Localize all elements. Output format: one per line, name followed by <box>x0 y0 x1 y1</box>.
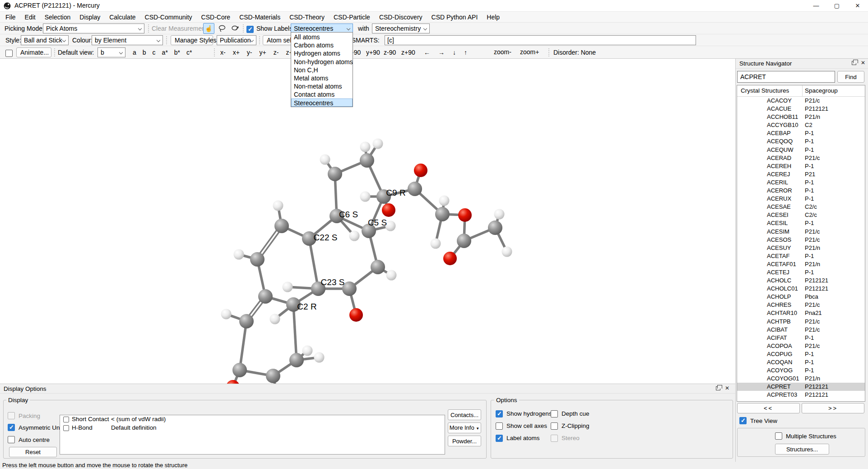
style-select[interactable]: Ball and Stick <box>21 35 69 45</box>
maximize-button[interactable]: ▢ <box>826 0 847 12</box>
rotate-arrow-button[interactable]: → <box>436 48 446 57</box>
asymmetric-unit-checkbox[interactable]: Asymmetric Unit <box>8 424 63 431</box>
atom-H[interactable] <box>494 209 505 220</box>
atom-H[interactable] <box>273 201 283 211</box>
structure-row[interactable]: ACACOY P21/c <box>737 97 865 105</box>
atom-C[interactable] <box>360 153 374 168</box>
axis-view-button[interactable]: a <box>131 48 138 57</box>
structure-row[interactable]: ACEBAP P-1 <box>737 129 865 137</box>
dropdown-option[interactable]: Carbon atoms <box>291 41 353 49</box>
menu-item[interactable]: Help <box>482 12 504 22</box>
structure-row[interactable]: ACESIL P-1 <box>737 219 865 227</box>
rotate-arrow-button[interactable]: ← <box>422 48 432 57</box>
close-panel-icon[interactable]: ✕ <box>725 386 729 390</box>
dropdown-option[interactable]: Non-metal atoms <box>291 82 353 90</box>
contact-checkbox[interactable] <box>63 417 69 422</box>
menu-item[interactable]: CSD-Community <box>140 12 197 22</box>
tree-view-checkbox[interactable]: Tree View <box>739 417 777 424</box>
translate-button[interactable]: x+ <box>231 48 241 57</box>
animate-button[interactable]: Animate... <box>16 47 51 57</box>
structure-row[interactable]: ACHOLC01 P212121 <box>737 285 865 293</box>
atom-O[interactable] <box>443 252 457 265</box>
animate-checkbox[interactable] <box>5 49 13 57</box>
rotate-button[interactable]: z+90 <box>399 48 415 57</box>
atom-H[interactable] <box>502 247 512 257</box>
atom-H[interactable] <box>320 155 330 165</box>
atom-C[interactable] <box>435 207 450 221</box>
rotate-button[interactable]: y+90 <box>364 48 380 57</box>
structure-row[interactable]: ACIBAT P21/c <box>737 326 865 334</box>
structure-row[interactable]: ACHOLP Pbca <box>737 293 865 301</box>
menu-item[interactable]: File <box>1 12 20 22</box>
atom-C[interactable] <box>328 167 342 181</box>
dropdown-option[interactable]: All atoms <box>291 33 353 41</box>
close-button[interactable]: ✕ <box>847 0 868 12</box>
atom-O[interactable] <box>226 380 240 384</box>
atom-H[interactable] <box>270 314 280 324</box>
menu-item[interactable]: Calculate <box>105 12 140 22</box>
menu-item[interactable]: CSD-Particle <box>329 12 375 22</box>
view-option-checkbox[interactable]: Depth cue <box>551 408 589 420</box>
menu-item[interactable]: CSD Python API <box>427 12 483 22</box>
structure-row[interactable]: ACHTPB P21/c <box>737 318 865 326</box>
axis-view-button[interactable]: b* <box>172 48 182 57</box>
colour-select[interactable]: by Element <box>92 35 163 45</box>
dropdown-option[interactable]: Non C,H <box>291 66 353 74</box>
atom-H[interactable] <box>283 282 293 292</box>
translate-button[interactable]: x- <box>218 48 227 57</box>
dropdown-option[interactable]: Hydrogen atoms <box>291 49 353 57</box>
atom-H[interactable] <box>431 239 441 249</box>
menu-item[interactable]: CSD-Core <box>197 12 235 22</box>
atom-C[interactable] <box>239 314 254 328</box>
structure-row[interactable]: ACEREH P-1 <box>737 162 865 170</box>
structure-row[interactable]: ACEREJ P21 <box>737 170 865 178</box>
style-preset-select[interactable]: Publication <box>217 35 256 45</box>
dropdown-option[interactable]: Stereocentres <box>291 98 353 107</box>
rotate-button[interactable]: z-90 <box>382 48 398 57</box>
atom-O[interactable] <box>414 164 427 177</box>
atom-H[interactable] <box>373 139 383 149</box>
next-structure-button[interactable]: >> <box>802 403 864 413</box>
col-crystal-structures[interactable]: Crystal Structures <box>741 87 789 94</box>
structure-row[interactable]: ACESOS P21/c <box>737 236 865 244</box>
structure-row[interactable]: ACPRET03 P212121 <box>737 391 865 399</box>
structure-row[interactable]: ACESEI C2/c <box>737 211 865 219</box>
structure-row[interactable]: ACOPUG P-1 <box>737 350 865 358</box>
menu-item[interactable]: CSD-Discovery <box>375 12 427 22</box>
structure-row[interactable]: ACOPOA P21/c <box>737 342 865 350</box>
structure-row[interactable]: ACIFAT P-1 <box>737 334 865 342</box>
view-option-checkbox[interactable]: Label atoms <box>496 432 551 444</box>
column-divider[interactable] <box>802 85 803 96</box>
zoom-out-button[interactable]: zoom- <box>492 47 513 56</box>
refcode-search-input[interactable] <box>737 71 835 83</box>
atom-H[interactable] <box>234 249 244 260</box>
col-spacegroup[interactable]: Spacegroup <box>805 87 838 94</box>
structure-row[interactable]: ACERUX P-1 <box>737 195 865 203</box>
structure-row[interactable]: ACEROR P-1 <box>737 187 865 195</box>
float-panel-icon[interactable] <box>716 386 720 390</box>
float-panel-icon[interactable] <box>852 61 856 65</box>
contacts-button[interactable]: Contacts... <box>448 409 481 420</box>
structure-row[interactable]: ACETAF P-1 <box>737 252 865 260</box>
translate-button[interactable]: y+ <box>258 48 268 57</box>
lasso-pick-icon[interactable] <box>229 23 241 34</box>
atom-C[interactable] <box>408 182 422 196</box>
structure-3d-view[interactable]: C9 RC6 SC5 SC22 SC23 SC2 R <box>0 59 736 384</box>
rotate-arrow-button[interactable]: ↓ <box>451 48 458 57</box>
rotate-arrow-button[interactable]: ↑ <box>462 48 469 57</box>
multiple-structures-checkbox[interactable]: Multiple Structures <box>775 432 836 440</box>
show-labels-checkbox[interactable] <box>246 25 254 33</box>
atom-O[interactable] <box>382 203 395 217</box>
menu-item[interactable]: Edit <box>20 12 40 22</box>
atom-O[interactable] <box>458 208 472 222</box>
structure-row[interactable]: ACESAE C2/c <box>737 203 865 211</box>
view-option-checkbox[interactable]: Show cell axes <box>496 420 551 432</box>
find-button[interactable]: Find <box>837 71 864 83</box>
structure-row[interactable]: ACETEJ P-1 <box>737 268 865 277</box>
structure-row[interactable]: ACCHOB11 P21/n <box>737 113 865 121</box>
structure-row[interactable]: ACCYGB10 C2 <box>737 121 865 129</box>
axis-view-button[interactable]: c <box>151 48 158 57</box>
contact-row[interactable]: Short Contact < (sum of vdW radii) <box>60 415 445 424</box>
dropdown-option[interactable]: Contact atoms <box>291 90 353 98</box>
axis-view-button[interactable]: b <box>141 48 148 57</box>
